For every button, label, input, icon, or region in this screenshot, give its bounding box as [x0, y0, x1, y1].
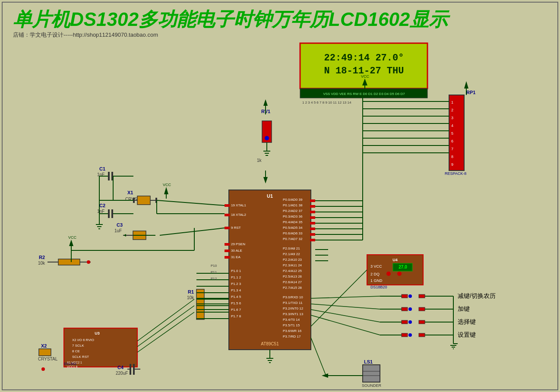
- svg-text:P3.4/T0  14: P3.4/T0 14: [283, 318, 300, 322]
- svg-rect-73: [310, 222, 315, 224]
- svg-text:P2.1/A9  22: P2.1/A9 22: [283, 252, 300, 256]
- svg-marker-159: [69, 240, 73, 246]
- svg-point-207: [408, 307, 412, 311]
- svg-rect-74: [310, 228, 315, 230]
- svg-text:P1.6  7: P1.6 7: [231, 308, 241, 312]
- svg-text:X1 VCC2 1: X1 VCC2 1: [67, 361, 82, 364]
- svg-text:1: 1: [451, 100, 453, 104]
- svg-rect-72: [310, 216, 315, 219]
- svg-rect-63: [225, 204, 230, 207]
- svg-line-138: [157, 200, 225, 205]
- svg-point-219: [408, 333, 412, 337]
- svg-text:8 CE: 8 CE: [72, 349, 80, 353]
- svg-text:18 XTAL2: 18 XTAL2: [231, 213, 247, 217]
- svg-text:1  2  3  4  5  6  7  8  9  10 : 1 2 3 4 5 6 7 8 9 10 11 12 13 14: [302, 101, 351, 104]
- svg-marker-116: [123, 234, 126, 237]
- svg-text:P1.1  2: P1.1 2: [231, 275, 241, 279]
- svg-text:P3.3/INT1 13: P3.3/INT1 13: [283, 312, 304, 316]
- svg-rect-198: [419, 294, 425, 298]
- svg-text:22:49:14  27.0°: 22:49:14 27.0°: [324, 53, 404, 63]
- svg-text:RESPACK-8: RESPACK-8: [445, 171, 466, 176]
- svg-text:10k: 10k: [38, 261, 45, 266]
- svg-text:VCC1 8: VCC1 8: [67, 365, 78, 368]
- svg-text:1nF: 1nF: [97, 209, 104, 214]
- svg-text:P3.5/T1  15: P3.5/T1 15: [283, 323, 300, 327]
- svg-text:X2: X2: [41, 343, 47, 348]
- svg-rect-209: [402, 320, 408, 324]
- svg-rect-4: [300, 43, 427, 89]
- svg-line-153: [160, 228, 225, 235]
- svg-rect-0: [0, 0, 560, 392]
- svg-text:P0.3/AD3 36: P0.3/AD3 36: [283, 215, 303, 218]
- svg-text:CRYSTAL: CRYSTAL: [125, 197, 145, 202]
- svg-text:X1: X1: [127, 190, 133, 195]
- svg-rect-75: [310, 233, 315, 236]
- svg-text:2  DQ: 2 DQ: [370, 272, 380, 276]
- svg-rect-96: [137, 196, 150, 205]
- svg-text:P0.2/AD2 37: P0.2/AD2 37: [283, 209, 303, 213]
- svg-line-253: [311, 304, 380, 309]
- svg-rect-10: [449, 95, 464, 171]
- svg-text:1nF: 1nF: [97, 172, 104, 177]
- svg-marker-235: [164, 187, 168, 194]
- svg-text:LS1: LS1: [364, 359, 373, 364]
- svg-rect-127: [262, 121, 272, 142]
- svg-point-201: [408, 294, 412, 298]
- svg-rect-106: [111, 172, 113, 180]
- svg-text:P2.5/A13 26: P2.5/A13 26: [283, 275, 302, 278]
- svg-text:P0.7/AD7 32: P0.7/AD7 32: [283, 237, 303, 241]
- svg-text:U4: U4: [392, 258, 398, 262]
- svg-rect-71: [310, 211, 315, 213]
- svg-rect-197: [402, 294, 408, 298]
- svg-text:P11: P11: [211, 270, 217, 274]
- svg-text:P0.0/AD0 39: P0.0/AD0 39: [283, 198, 303, 202]
- svg-marker-137: [263, 177, 268, 183]
- svg-text:SOUNDER: SOUNDER: [362, 383, 382, 388]
- svg-text:P1.2  3: P1.2 3: [231, 282, 241, 286]
- svg-text:4: 4: [451, 123, 453, 128]
- svg-rect-183: [393, 263, 412, 271]
- svg-text:P1.4  5: P1.4 5: [231, 295, 241, 299]
- svg-line-254: [311, 310, 380, 322]
- svg-point-122: [87, 260, 90, 264]
- svg-rect-119: [58, 259, 80, 265]
- svg-text:DS1302: DS1302: [64, 362, 76, 366]
- svg-rect-113: [133, 231, 146, 240]
- svg-text:P2.0/A8  21: P2.0/A8 21: [283, 247, 300, 250]
- svg-text:3: 3: [451, 116, 453, 120]
- svg-rect-216: [419, 333, 425, 337]
- svg-rect-64: [225, 214, 230, 216]
- svg-rect-204: [419, 307, 425, 311]
- svg-point-186: [386, 272, 391, 276]
- svg-text:P3.1/TXD 11: P3.1/TXD 11: [283, 301, 303, 305]
- svg-line-248: [137, 299, 194, 341]
- svg-line-250: [137, 312, 194, 352]
- svg-text:AT89C51: AT89C51: [261, 341, 279, 346]
- svg-text:P3.6/WR  16: P3.6/WR 16: [283, 329, 302, 333]
- svg-rect-22: [229, 190, 311, 350]
- svg-text:P2.4/A12 25: P2.4/A12 25: [283, 269, 302, 273]
- svg-text:店铺：学文电子设计-----http://shop11214: 店铺：学文电子设计-----http://shop112149070.taoba…: [13, 32, 158, 38]
- svg-text:1uF: 1uF: [114, 228, 122, 233]
- svg-text:6: 6: [451, 139, 453, 143]
- svg-rect-176: [130, 364, 131, 375]
- svg-text:SCLK RST: SCLK RST: [72, 355, 89, 359]
- svg-marker-262: [362, 79, 367, 85]
- svg-text:C1: C1: [99, 166, 105, 171]
- svg-text:1k: 1k: [257, 158, 262, 163]
- svg-text:C4: C4: [117, 365, 124, 370]
- svg-text:P3.7/RD  17: P3.7/RD 17: [283, 335, 301, 338]
- svg-text:7 SCLK: 7 SCLK: [72, 344, 84, 348]
- svg-rect-125: [196, 289, 204, 319]
- svg-text:P10: P10: [211, 264, 217, 268]
- svg-rect-66: [225, 243, 230, 246]
- svg-point-213: [408, 320, 412, 324]
- svg-text:RV1: RV1: [261, 109, 270, 114]
- svg-text:选择键: 选择键: [458, 318, 476, 325]
- svg-text:30 ALE: 30 ALE: [231, 249, 242, 253]
- svg-text:P0.1/AD1 38: P0.1/AD1 38: [283, 203, 303, 207]
- svg-rect-68: [225, 256, 230, 259]
- svg-text:加键: 加键: [458, 305, 470, 312]
- svg-marker-227: [464, 81, 468, 89]
- svg-text:P3.2/INT0 12: P3.2/INT0 12: [283, 307, 304, 310]
